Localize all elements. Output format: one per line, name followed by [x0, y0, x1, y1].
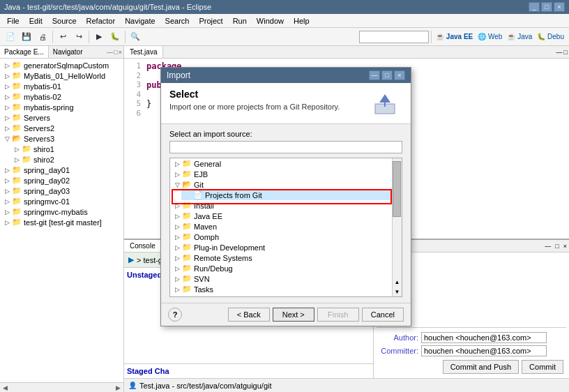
- finish-button[interactable]: Finish: [317, 308, 359, 322]
- scroll-up-arrow[interactable]: ▲: [393, 277, 402, 287]
- toolbar-redo[interactable]: ↪: [71, 29, 86, 45]
- toolbar-sep3: [125, 31, 126, 43]
- dialog-header: Select Import one or more projects from …: [161, 83, 411, 124]
- expand-oomph-icon: ▷: [173, 233, 181, 241]
- expand-general-icon: ▷: [173, 160, 181, 168]
- menu-edit[interactable]: Edit: [25, 15, 47, 27]
- git-children: 📄 Projects from Git: [170, 190, 402, 200]
- import-tree-item-ejb[interactable]: ▷ 📁 EJB: [170, 169, 402, 179]
- import-tree-item-git[interactable]: ▽ 📂 Git: [170, 179, 402, 190]
- expand-svn-icon: ▷: [173, 275, 181, 283]
- scroll-down-arrow[interactable]: ▼: [393, 287, 402, 296]
- tree-scrollbar[interactable]: ▲ ▼: [392, 158, 402, 296]
- menu-navigate[interactable]: Navigate: [121, 15, 159, 27]
- perspective-web[interactable]: 🌐 Web: [476, 33, 504, 40]
- folder-install-icon: 📁: [182, 201, 192, 210]
- import-item-label-svn: SVN: [194, 275, 210, 283]
- toolbar-print[interactable]: 🖨: [35, 29, 50, 45]
- toolbar-sep4: [431, 31, 432, 43]
- toolbar-sep2: [89, 31, 89, 43]
- dialog-maximize-btn[interactable]: □: [381, 70, 393, 80]
- import-tree-item-general[interactable]: ▷ 📁 General: [170, 158, 402, 169]
- expand-install-icon: ▷: [173, 202, 181, 210]
- import-item-label-javaee: Java EE: [194, 212, 222, 220]
- minimize-btn[interactable]: _: [529, 2, 540, 12]
- folder-remote-icon: 📁: [182, 253, 192, 262]
- dialog-minimize-btn[interactable]: —: [369, 70, 380, 80]
- toolbar-search[interactable]: 🔍: [128, 29, 143, 45]
- expand-javaee-icon: ▷: [173, 212, 181, 220]
- back-button[interactable]: < Back: [228, 308, 270, 322]
- import-tree-item-tasks[interactable]: ▷ 📁 Tasks: [170, 284, 402, 294]
- dialog-titlebar: Import — □ ×: [161, 68, 411, 83]
- folder-git-icon: 📂: [182, 180, 192, 189]
- toolbar-sep1: [52, 31, 53, 43]
- dialog-body: Select an import source: ▷ 📁 General ▷ 📁…: [161, 124, 411, 303]
- scrollbar-thumb[interactable]: [393, 161, 401, 217]
- folder-plugin-icon: 📁: [182, 243, 192, 252]
- dialog-filter-input[interactable]: [169, 141, 402, 153]
- import-tree-item-projects-from-git[interactable]: 📄 Projects from Git: [181, 190, 402, 200]
- maximize-btn[interactable]: □: [541, 2, 552, 12]
- expand-remote-icon: ▷: [173, 254, 181, 262]
- next-button[interactable]: Next >: [273, 308, 314, 322]
- menu-project[interactable]: Project: [195, 15, 227, 27]
- import-item-label-plugin: Plug-in Development: [194, 243, 265, 252]
- main-area: Package E... Navigator — □ × ▷ 📁 generat…: [0, 46, 569, 392]
- folder-maven-icon: 📁: [182, 222, 192, 231]
- expand-git-icon: ▽: [173, 181, 181, 189]
- import-tree-item-svn[interactable]: ▷ 📁 SVN: [170, 273, 402, 284]
- import-tree-item-maven[interactable]: ▷ 📁 Maven: [170, 221, 402, 232]
- folder-oomph-icon: 📁: [182, 232, 192, 241]
- menu-help[interactable]: Help: [289, 15, 314, 27]
- dialog-header-icon: [367, 89, 402, 119]
- import-item-label-rundebug: Run/Debug: [194, 264, 233, 273]
- import-tree-item-javaee[interactable]: ▷ 📁 Java EE: [170, 211, 402, 221]
- import-tree-item-remote[interactable]: ▷ 📁 Remote Systems: [170, 252, 402, 263]
- import-tree-item-install[interactable]: ▷ 📁 Install: [170, 200, 402, 211]
- import-item-label-ejb: EJB: [194, 170, 208, 179]
- expand-maven-icon: ▷: [173, 223, 181, 231]
- svg-marker-1: [379, 94, 390, 103]
- perspective-java[interactable]: ☕ Java: [505, 33, 534, 40]
- perspective-debug[interactable]: 🐛 Debu: [535, 33, 566, 40]
- dialog-title-text: Import: [167, 70, 369, 80]
- import-item-label-maven: Maven: [194, 223, 217, 231]
- help-button[interactable]: ?: [168, 308, 182, 322]
- dialog-close-btn[interactable]: ×: [394, 70, 405, 80]
- import-item-label-general: General: [194, 160, 221, 168]
- dialog-title-controls: — □ ×: [369, 70, 405, 80]
- expand-ejb-icon: ▷: [173, 170, 181, 179]
- toolbar-search-input[interactable]: [359, 31, 429, 43]
- dialog-overlay: Import — □ × Select Import: [0, 46, 569, 392]
- import-tree-item-oomph[interactable]: ▷ 📁 Oomph: [170, 232, 402, 242]
- toolbar-new[interactable]: 📄: [3, 29, 18, 45]
- import-item-label-oomph: Oomph: [194, 233, 219, 241]
- title-bar: Java - test-git/src/test/java/com/atguig…: [0, 0, 569, 14]
- window-controls[interactable]: _ □ ×: [529, 2, 565, 12]
- import-tree-item-rundebug[interactable]: ▷ 📁 Run/Debug: [170, 263, 402, 273]
- toolbar-run[interactable]: ▶: [91, 29, 107, 45]
- import-item-label-pfg: Projects from Git: [205, 191, 262, 199]
- menu-source[interactable]: Source: [48, 15, 81, 27]
- folder-general-icon: 📁: [182, 159, 192, 168]
- menu-bar: File Edit Source Refactor Navigate Searc…: [0, 14, 569, 28]
- close-btn[interactable]: ×: [554, 2, 565, 12]
- expand-plugin-icon: ▷: [173, 243, 181, 252]
- import-item-label-install: Install: [194, 202, 214, 210]
- menu-refactor[interactable]: Refactor: [82, 15, 120, 27]
- toolbar-debug[interactable]: 🐛: [107, 29, 123, 45]
- window-title: Java - test-git/src/test/java/com/atguig…: [4, 3, 529, 11]
- folder-ejb-icon: 📁: [182, 169, 192, 179]
- menu-file[interactable]: File: [3, 15, 24, 27]
- expand-tasks-icon: ▷: [173, 285, 181, 294]
- toolbar-save[interactable]: 💾: [19, 29, 34, 45]
- menu-run[interactable]: Run: [229, 15, 251, 27]
- toolbar-undo[interactable]: ↩: [55, 29, 70, 45]
- folder-pfg-icon: 📄: [193, 190, 203, 199]
- import-tree-item-plugin-dev[interactable]: ▷ 📁 Plug-in Development: [170, 242, 402, 252]
- perspective-java-ee[interactable]: ☕ Java EE: [434, 33, 475, 40]
- menu-search[interactable]: Search: [161, 15, 194, 27]
- menu-window[interactable]: Window: [252, 15, 288, 27]
- cancel-button[interactable]: Cancel: [362, 308, 404, 322]
